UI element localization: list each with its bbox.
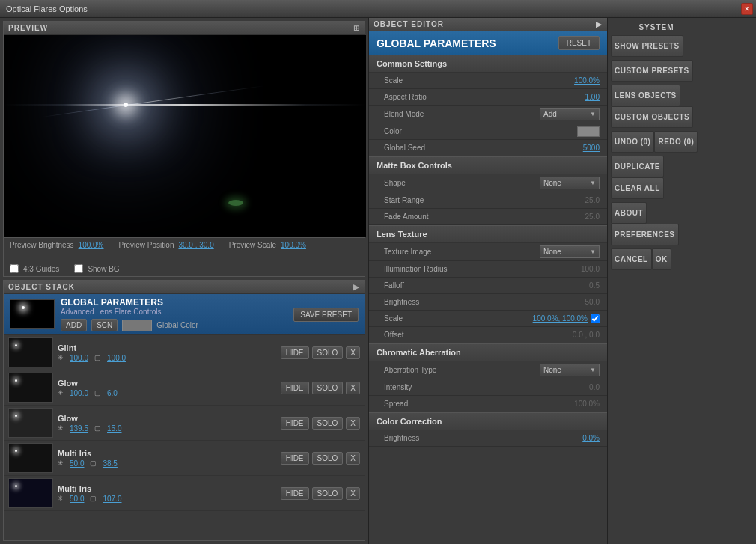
- global-seed-row: Global Seed 5000: [369, 140, 607, 156]
- delete-button[interactable]: X: [346, 487, 360, 500]
- cc-brightness-row: Brightness 0.0%: [369, 430, 607, 447]
- ok-button[interactable]: OK: [652, 248, 671, 270]
- solo-button[interactable]: SOLO: [312, 346, 344, 359]
- scale-texture-checkbox[interactable]: [591, 314, 600, 323]
- cc-brightness-value[interactable]: 0.0%: [582, 434, 600, 442]
- gp-subtitle: Advanced Lens Flare Controls: [61, 308, 287, 316]
- stack-item-buttons: HIDE SOLO X: [281, 346, 360, 359]
- intensity-row: Intensity 0.0: [369, 379, 607, 396]
- hide-button[interactable]: HIDE: [281, 382, 309, 394]
- stack-item-thumb: [8, 337, 53, 367]
- preferences-button[interactable]: PREFERENCES: [611, 224, 679, 245]
- texture-image-dropdown-box[interactable]: None ▼: [540, 245, 600, 258]
- illum-radius-row: Illumination Radius 100.0: [369, 261, 607, 278]
- aberration-type-label: Aberration Type: [384, 366, 540, 374]
- delete-button[interactable]: X: [346, 346, 360, 359]
- show-presets-button[interactable]: SHOW PRESETS: [611, 35, 683, 57]
- blend-mode-dropdown-box[interactable]: Add ▼: [540, 108, 600, 120]
- editor-content: Common Settings Scale 100.0% Aspect Rati…: [369, 55, 607, 544]
- shape-param-row: Shape None ▼: [369, 174, 607, 192]
- solo-button[interactable]: SOLO: [312, 382, 344, 394]
- stack-item[interactable]: Multi Iris ✳ 50.0 ▢ 107.0 HIDE SOLO X: [4, 476, 365, 511]
- blend-mode-dropdown[interactable]: Add ▼: [540, 108, 600, 120]
- solo-button[interactable]: SOLO: [312, 417, 344, 430]
- delete-button[interactable]: X: [346, 452, 360, 465]
- add-button[interactable]: ADD: [61, 319, 87, 331]
- hide-button[interactable]: HIDE: [281, 487, 309, 500]
- color-param-label: Color: [384, 127, 577, 135]
- stack-item[interactable]: Glow ✳ 100.0 ▢ 6.0 HIDE SOLO X: [4, 370, 365, 406]
- shape-dropdown[interactable]: None ▼: [540, 177, 600, 189]
- param1-value[interactable]: 50.0: [70, 495, 84, 503]
- scn-button[interactable]: SCN: [91, 319, 118, 331]
- param1-value[interactable]: 100.0: [70, 389, 88, 397]
- param1-value[interactable]: 100.0: [70, 354, 88, 362]
- scale-texture-label: Scale: [384, 314, 533, 323]
- about-button[interactable]: ABOUT: [611, 202, 647, 224]
- stack-item-buttons: HIDE SOLO X: [281, 417, 360, 430]
- global-params-stack-item[interactable]: GLOBAL PARAMETERS Advanced Lens Flare Co…: [4, 294, 365, 335]
- stack-item-thumb: [8, 408, 53, 438]
- color-swatch-editor[interactable]: [577, 126, 600, 137]
- texture-image-value: None: [543, 248, 561, 256]
- clear-all-button[interactable]: CLEAR ALL: [611, 177, 664, 199]
- hide-button[interactable]: HIDE: [281, 452, 309, 465]
- global-seed-value[interactable]: 5000: [583, 144, 600, 152]
- reset-button[interactable]: RESET: [558, 36, 600, 50]
- guides-checkbox[interactable]: [10, 264, 19, 273]
- offset-label: Offset: [384, 331, 573, 339]
- preview-position-value[interactable]: 30.0 , 30.0: [178, 241, 213, 249]
- object-stack: OBJECT STACK ▶ GLOBAL PARAMETERS Advance…: [3, 280, 365, 541]
- hide-button[interactable]: HIDE: [281, 346, 309, 359]
- param2-value[interactable]: 100.0: [107, 354, 126, 362]
- delete-button[interactable]: X: [346, 382, 360, 394]
- hide-button[interactable]: HIDE: [281, 417, 309, 430]
- custom-presets-button[interactable]: CUSTOM PRESETS: [611, 60, 693, 82]
- close-button[interactable]: ✕: [741, 3, 753, 15]
- showbg-item: Show BG: [74, 264, 119, 273]
- duplicate-button[interactable]: DUPLICATE: [611, 156, 664, 177]
- param2-value[interactable]: 15.0: [107, 424, 121, 433]
- lens-objects-button[interactable]: LENS OBJECTS: [611, 85, 680, 106]
- stack-item-name: Glow: [58, 414, 276, 423]
- param1-value[interactable]: 139.5: [70, 424, 88, 433]
- stack-item[interactable]: Multi Iris ✳ 50.0 ▢ 38.5 HIDE SOLO X: [4, 441, 365, 476]
- preview-info: Preview Brightness 100.0% Preview Positi…: [4, 237, 365, 276]
- solo-button[interactable]: SOLO: [312, 487, 344, 500]
- fade-amount-row: Fade Amount 25.0: [369, 209, 607, 225]
- scale-texture-value[interactable]: 100.0%, 100.0%: [533, 314, 588, 323]
- delete-button[interactable]: X: [346, 417, 360, 430]
- cc-brightness-label: Brightness: [384, 434, 582, 442]
- custom-objects-button[interactable]: CUSTOM OBJECTS: [611, 106, 693, 128]
- offset-row: Offset 0.0 , 0.0: [369, 327, 607, 343]
- aberration-type-dropdown-box[interactable]: None ▼: [540, 364, 600, 376]
- param2-value[interactable]: 6.0: [107, 389, 118, 397]
- stack-expand-icon[interactable]: ▶: [353, 283, 360, 291]
- param1-value[interactable]: 50.0: [70, 459, 84, 468]
- blend-mode-value: Add: [543, 110, 557, 118]
- undo-button[interactable]: UNDO (0): [611, 131, 654, 153]
- solo-button[interactable]: SOLO: [312, 452, 344, 465]
- param2-value[interactable]: 107.0: [103, 495, 121, 503]
- stack-item[interactable]: Glint ✳ 100.0 ▢ 100.0 HIDE SOLO X: [4, 335, 365, 370]
- editor-expand-icon[interactable]: ▶: [596, 20, 603, 28]
- preview-scale-value[interactable]: 100.0%: [281, 241, 306, 249]
- global-color-swatch[interactable]: [122, 320, 152, 331]
- texture-image-dropdown[interactable]: None ▼: [540, 245, 600, 258]
- redo-button[interactable]: REDO (0): [654, 131, 698, 153]
- aberration-type-dropdown[interactable]: None ▼: [540, 364, 600, 376]
- preview-brightness-value[interactable]: 100.0%: [79, 241, 104, 249]
- cancel-button[interactable]: CANCEL: [611, 248, 652, 270]
- shape-dropdown-box[interactable]: None ▼: [540, 177, 600, 189]
- save-preset-button[interactable]: SAVE PRESET: [293, 308, 359, 322]
- aspect-ratio-value[interactable]: 1.00: [585, 93, 600, 101]
- blend-mode-label: Blend Mode: [384, 110, 540, 118]
- stack-item[interactable]: Glow ✳ 139.5 ▢ 15.0 HIDE SOLO X: [4, 406, 365, 441]
- texture-image-arrow: ▼: [590, 248, 596, 255]
- preview-expand-icon[interactable]: ⊞: [353, 24, 360, 32]
- preview-header: PREVIEW ⊞: [4, 22, 365, 35]
- scale-param-value[interactable]: 100.0%: [574, 76, 600, 85]
- editor-label: OBJECT EDITOR: [374, 20, 444, 28]
- showbg-checkbox[interactable]: [74, 264, 83, 273]
- param2-value[interactable]: 38.5: [103, 459, 117, 468]
